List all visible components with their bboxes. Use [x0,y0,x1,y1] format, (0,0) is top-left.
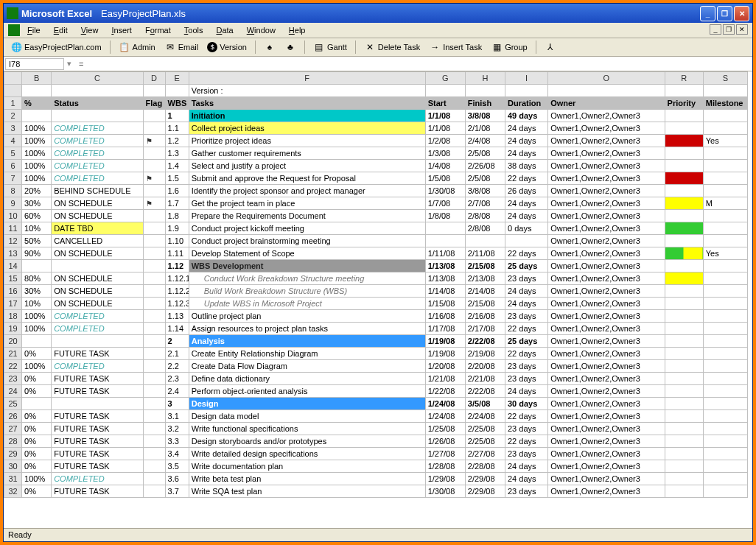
filter-button[interactable]: ⅄ [542,41,559,54]
priority-cell[interactable] [665,210,703,222]
row-header[interactable]: 32 [4,485,22,498]
owner-cell[interactable]: Owner1,Owner2,Owner3 [548,410,665,423]
task-cell[interactable]: Prioritize project ideas [189,135,425,147]
pct-cell[interactable]: 0% [22,435,52,448]
start-cell[interactable]: 1/16/08 [425,310,465,323]
start-cell[interactable]: 1/30/08 [425,485,465,498]
finish-cell[interactable]: 2/22/08 [465,335,505,348]
task-cell[interactable]: Analysis [189,335,425,348]
row-header[interactable]: 13 [4,247,22,260]
status-cell[interactable]: FUTURE TASK [52,348,143,360]
pct-cell[interactable]: 0% [22,460,52,473]
duration-cell[interactable]: 25 days [505,260,547,272]
priority-cell[interactable] [665,460,703,473]
row-header[interactable]: 31 [4,473,22,485]
wbs-cell[interactable]: 3.2 [165,423,189,435]
cell[interactable] [548,85,665,97]
status-cell[interactable] [52,110,143,122]
flag-cell[interactable] [143,272,165,285]
priority-cell[interactable] [665,260,703,272]
pct-cell[interactable]: 10% [22,222,52,235]
task-cell[interactable]: Submit and approve the Request for Propo… [189,172,425,185]
start-cell[interactable]: 1/24/08 [425,410,465,423]
flag-cell[interactable] [143,122,165,135]
start-cell[interactable]: 1/1/08 [425,122,465,135]
wbs-cell[interactable]: 3.6 [165,473,189,485]
wbs-cell[interactable]: 1.6 [165,185,189,197]
pct-cell[interactable] [22,398,52,410]
wbs-cell[interactable]: 1.3 [165,147,189,160]
pct-cell[interactable] [22,335,52,348]
flag-cell[interactable] [143,360,165,373]
pct-cell[interactable]: 100% [22,360,52,373]
status-cell[interactable]: FUTURE TASK [52,460,143,473]
priority-cell[interactable] [665,272,703,285]
cell[interactable] [52,85,143,97]
priority-cell[interactable] [665,473,703,485]
version-cell[interactable]: Version : [189,85,425,97]
priority-cell[interactable] [665,285,703,298]
milestone-cell[interactable] [703,473,747,485]
owner-cell[interactable]: Owner1,Owner2,Owner3 [548,385,665,398]
maximize-button[interactable]: ❐ [717,6,732,21]
task-cell[interactable]: Get the project team in place [189,197,425,210]
duration-cell[interactable]: 38 days [505,160,547,172]
row-header[interactable]: 24 [4,385,22,398]
task-cell[interactable]: Outline project plan [189,310,425,323]
duration-cell[interactable]: 22 days [505,323,547,335]
menu-file[interactable]: File [21,24,46,36]
wbs-cell[interactable]: 1.11 [165,247,189,260]
priority-cell[interactable] [665,485,703,498]
menu-edit[interactable]: Edit [48,24,74,36]
milestone-cell[interactable] [703,147,747,160]
duration-cell[interactable]: 24 days [505,147,547,160]
priority-cell[interactable] [665,435,703,448]
status-cell[interactable]: BEHIND SCHEDULE [52,185,143,197]
owner-cell[interactable]: Owner1,Owner2,Owner3 [548,210,665,222]
header-priority[interactable]: Priority [665,97,703,110]
priority-cell[interactable] [665,410,703,423]
duration-cell[interactable]: 22 days [505,435,547,448]
pct-cell[interactable]: 0% [22,385,52,398]
milestone-cell[interactable]: Yes [703,247,747,260]
priority-cell[interactable] [665,348,703,360]
pct-cell[interactable]: 100% [22,147,52,160]
row-header[interactable] [4,85,22,97]
finish-cell[interactable]: 3/8/08 [465,110,505,122]
flag-cell[interactable] [143,160,165,172]
owner-cell[interactable]: Owner1,Owner2,Owner3 [548,235,665,247]
milestone-cell[interactable] [703,485,747,498]
task-cell[interactable]: Identify the project sponsor and project… [189,185,425,197]
finish-cell[interactable]: 3/5/08 [465,398,505,410]
wbs-cell[interactable]: 1.10 [165,235,189,247]
milestone-cell[interactable] [703,398,747,410]
pct-cell[interactable] [22,260,52,272]
wbs-cell[interactable]: 2 [165,335,189,348]
status-cell[interactable] [52,260,143,272]
priority-cell[interactable] [665,398,703,410]
start-cell[interactable]: 1/13/08 [425,260,465,272]
finish-cell[interactable] [465,235,505,247]
cell[interactable] [22,85,52,97]
finish-cell[interactable]: 2/25/08 [465,435,505,448]
cell[interactable] [465,85,505,97]
flag-cell[interactable] [143,410,165,423]
start-cell[interactable]: 1/26/08 [425,435,465,448]
doc-restore-button[interactable]: ❐ [723,24,735,35]
start-cell[interactable]: 1/1/08 [425,110,465,122]
status-cell[interactable]: FUTURE TASK [52,423,143,435]
gantt-button[interactable]: ▤Gantt [311,41,349,54]
duration-cell[interactable]: 22 days [505,172,547,185]
pct-cell[interactable]: 0% [22,485,52,498]
owner-cell[interactable]: Owner1,Owner2,Owner3 [548,197,665,210]
milestone-cell[interactable] [703,160,747,172]
priority-cell[interactable] [665,122,703,135]
priority-cell[interactable] [665,110,703,122]
wbs-cell[interactable]: 2.4 [165,385,189,398]
start-cell[interactable]: 1/19/08 [425,348,465,360]
status-cell[interactable]: COMPLETED [52,473,143,485]
pct-cell[interactable]: 50% [22,235,52,247]
finish-cell[interactable]: 2/14/08 [465,285,505,298]
duration-cell[interactable]: 24 days [505,298,547,310]
duration-cell[interactable]: 30 days [505,398,547,410]
